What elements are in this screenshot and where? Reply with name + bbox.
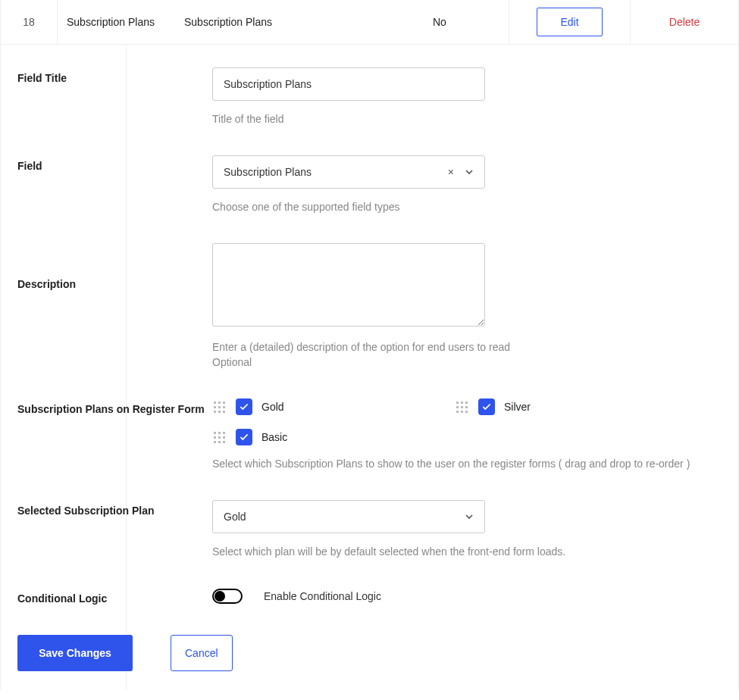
chevron-down-icon [463, 166, 475, 178]
row-required-cell: No [387, 16, 509, 28]
description-hint-2: Optional [212, 356, 728, 368]
label-field-type: Field [17, 155, 212, 213]
plan-label: Gold [261, 401, 284, 413]
description-textarea[interactable] [212, 243, 485, 327]
drag-handle-icon[interactable] [212, 400, 227, 414]
plan-item: Gold [212, 398, 455, 415]
drag-handle-icon[interactable] [455, 400, 469, 414]
save-button[interactable]: Save Changes [17, 635, 133, 671]
clear-select-icon[interactable]: × [448, 166, 454, 178]
description-hint-1: Enter a (detailed) description of the op… [212, 341, 728, 353]
label-selected-plan: Selected Subscription Plan [17, 500, 212, 558]
field-type-select[interactable]: Subscription Plans × [212, 155, 485, 189]
row-number-cell: 18 [1, 0, 58, 44]
delete-link[interactable]: Delete [669, 16, 700, 28]
field-row: 18 Subscription Plans Subscription Plans… [1, 0, 738, 45]
conditional-logic-toggle-label: Enable Conditional Logic [264, 590, 381, 602]
plan-checkbox-gold[interactable] [236, 398, 252, 415]
row-type-cell: Subscription Plans [175, 16, 387, 28]
chevron-down-icon [463, 511, 475, 523]
selected-plan-value: Gold [224, 511, 246, 523]
edit-button[interactable]: Edit [537, 8, 602, 36]
field-type-value: Subscription Plans [224, 166, 312, 178]
label-description: Description [17, 243, 212, 368]
conditional-logic-toggle[interactable] [212, 589, 243, 604]
label-plans-on-form: Subscription Plans on Register Form [17, 398, 212, 470]
plan-checkbox-silver[interactable] [478, 398, 495, 415]
label-conditional-logic: Conditional Logic [17, 588, 212, 605]
selected-plan-select[interactable]: Gold [212, 500, 485, 533]
plan-label: Silver [504, 401, 531, 413]
field-title-hint: Title of the field [212, 113, 728, 125]
plan-checkbox-basic[interactable] [236, 429, 252, 445]
plan-item: Basic [212, 429, 455, 445]
selected-plan-hint: Select which plan will be by default sel… [212, 545, 728, 558]
field-title-input[interactable] [212, 67, 485, 101]
plan-item: Silver [455, 398, 697, 415]
cancel-button[interactable]: Cancel [171, 635, 233, 671]
row-title-cell: Subscription Plans [58, 16, 175, 28]
plan-label: Basic [261, 431, 287, 443]
drag-handle-icon[interactable] [212, 430, 227, 445]
label-field-title: Field Title [17, 67, 212, 125]
plans-hint: Select which Subscription Plans to show … [212, 458, 728, 470]
field-type-hint: Choose one of the supported field types [212, 201, 728, 213]
